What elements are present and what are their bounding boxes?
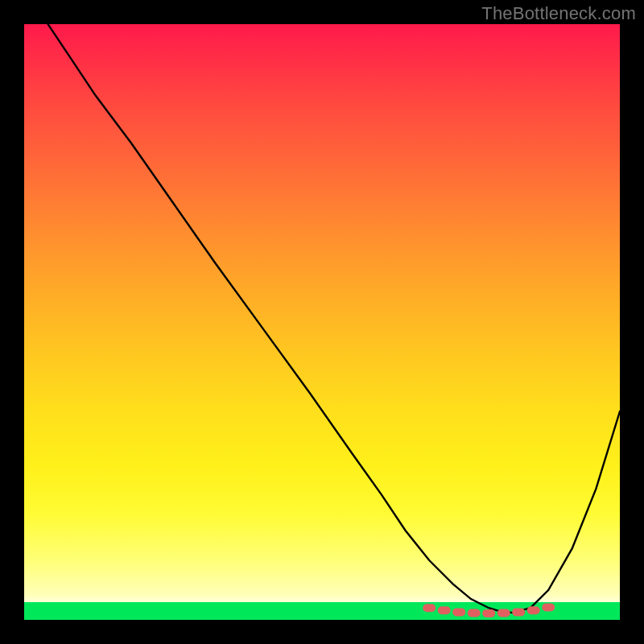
plot-area bbox=[24, 24, 620, 620]
curve-layer bbox=[48, 24, 620, 613]
chart-frame: TheBottleneck.com bbox=[0, 0, 644, 644]
valley-dot bbox=[542, 604, 555, 612]
valley-dot bbox=[423, 604, 436, 612]
bottleneck-curve bbox=[48, 24, 620, 613]
valley-dot bbox=[482, 609, 495, 617]
valley-dot bbox=[468, 609, 481, 617]
valley-dot bbox=[497, 609, 510, 617]
valley-dots bbox=[423, 604, 555, 617]
valley-dot bbox=[527, 606, 540, 614]
watermark-text: TheBottleneck.com bbox=[481, 3, 636, 24]
valley-dot bbox=[452, 608, 465, 616]
valley-dot bbox=[438, 606, 451, 614]
valley-dot bbox=[512, 608, 525, 616]
chart-svg bbox=[24, 24, 620, 620]
